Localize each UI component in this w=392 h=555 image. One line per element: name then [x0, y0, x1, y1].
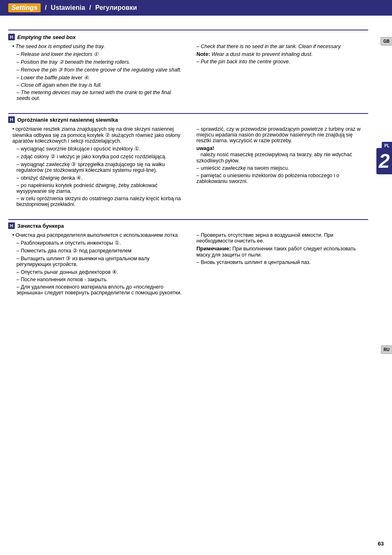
pl-dash-6: w celu opróżnienia skrzyni do ostatniego… — [16, 196, 184, 207]
en-section-icon: H — [8, 34, 15, 40]
ru-dash-5: После наполнения лотков - закрыть — [16, 277, 184, 282]
ru-right-dash-1: Проверить отсутствие зерна в воздушной е… — [196, 232, 368, 244]
pl-col-right: sprawdzić, czy w przewodzie prowadzącym … — [192, 126, 368, 209]
en-dash-4: Lower the baffle plate lever ④. — [16, 74, 184, 81]
en-dash-2: Position the tray ② beneath the metering… — [16, 59, 184, 65]
russian-label: Регулировки — [95, 4, 137, 12]
ru-bullet-1: Очистка дна распределителя выполняется с… — [12, 232, 184, 238]
en-col-right: Check that there is no seed in the air t… — [192, 44, 368, 103]
pl-dash-5: po napełnieniu korytek podnieść dźwignię… — [16, 183, 184, 194]
en-right-dash-1: Check that there is no seed in the air t… — [196, 44, 368, 49]
en-title-text: Emptying the seed box — [17, 34, 76, 40]
en-bullet-1: The seed box is emptied using the tray. — [12, 44, 184, 49]
english-section: H Emptying the seed box The seed box is … — [0, 16, 376, 107]
pl-right-dash-1: sprawdzić, czy w przewodzie prowadzącym … — [196, 126, 368, 143]
ru-col-left: Очистка дна распределителя выполняется с… — [8, 232, 184, 297]
header-bar: Settings / Ustawienia / Регулировки — [0, 0, 392, 16]
ru-dash-1: Разблокировать и опустить инжекторы ①. — [16, 240, 184, 246]
pl-right-dash-2: umieścić zawleczkę na swoim miejscu. — [196, 165, 368, 171]
ru-col-right: Проверить отсутствие зерна в воздушной е… — [192, 232, 368, 297]
ru-divider: H Зачистка бункера Очистка дна распредел… — [8, 219, 368, 297]
pl-dash-3: wyciągnąć zawleczkę ③ sprzęgiełka znajdu… — [16, 161, 184, 173]
ru-dash-2: Поместить два лотка ② под распределителе… — [16, 247, 184, 254]
pl-uwaga: uwaga! należy nosić maseczkę przeciwpyło… — [196, 145, 368, 164]
ru-primechanie: Примечание: При выполнении таких работ с… — [196, 245, 368, 258]
en-dash-6: The metering devices may be turned with … — [16, 90, 184, 101]
pl-section-icon: H — [8, 116, 15, 123]
pl-dash-1: wyciągnąć sworznie blokujące i opuścić i… — [16, 146, 184, 152]
settings-label: Settings — [8, 3, 41, 12]
ru-two-col: Очистка дна распределителя выполняется с… — [8, 232, 368, 297]
en-divider — [8, 30, 368, 30]
pl-col-left: opróżnianie resztek ziarna znajdujących … — [8, 126, 184, 209]
en-dash-3: Remove the pin ③ from the centre groove … — [16, 67, 184, 73]
en-two-col: The seed box is emptied using the tray. … — [8, 44, 368, 103]
ru-right-dash-2: Вновь установить шплинт в центральный па… — [196, 259, 368, 265]
en-dash-1: Release and lower the injectors ① — [16, 51, 184, 57]
pl-section-title: H Opróżnianie skrzyni nasiennej siewnika — [8, 116, 368, 123]
en-dash-5: Close off again when the tray is full. — [16, 82, 184, 88]
page-number: 63 — [378, 541, 384, 547]
russian-section: H Зачистка бункера Очистка дна распредел… — [0, 213, 376, 301]
pl-right-dash-3: pamiętać o uniesieniu inżektorów do poło… — [196, 173, 368, 184]
en-section-title: H Emptying the seed box — [8, 34, 368, 40]
en-note: Note: Wear a dust mask to prevent inhali… — [196, 51, 368, 57]
ru-dash-6: Для удаления посевного материала вплоть … — [16, 284, 184, 296]
ru-dash-4: Опустить рычаг донных дефлекторов ④. — [16, 269, 184, 275]
en-col-left: The seed box is emptied using the tray. … — [8, 44, 184, 103]
polish-section: H Opróżnianie skrzyni nasiennej siewnika… — [0, 107, 376, 213]
pl-bullet-1: opróżnianie resztek ziarna znajdujących … — [12, 126, 184, 144]
pl-two-col: opróżnianie resztek ziarna znajdujących … — [8, 126, 368, 209]
ustawienia-label: Ustawienia — [51, 4, 85, 12]
ru-section-icon: H — [8, 222, 15, 229]
tab-gb: GB — [380, 37, 392, 46]
tab-pl: PL — [382, 142, 392, 150]
ru-dash-3: Вытащить шплинт ③ из выемки на центральн… — [16, 255, 184, 267]
tab-ru: RU — [381, 345, 392, 354]
pl-divider: H Opróżnianie skrzyni nasiennej siewnika… — [8, 113, 368, 209]
pl-dash-2: zdjąć osłony ② i włożyć je jako korytka … — [16, 153, 184, 160]
ru-section-title: H Зачистка бункера — [8, 222, 368, 229]
en-right-dash-2: Put the pin back into the centre groove. — [196, 59, 368, 65]
pl-dash-4: obniżyć dźwignię denka ④. — [16, 175, 184, 181]
ru-title-text: Зачистка бункера — [17, 223, 64, 229]
separator1: / — [45, 4, 46, 12]
pl-title-text: Opróżnianie skrzyni nasiennej siewnika — [17, 117, 118, 123]
separator2: / — [89, 4, 91, 12]
tab-number: 2 — [376, 148, 392, 174]
